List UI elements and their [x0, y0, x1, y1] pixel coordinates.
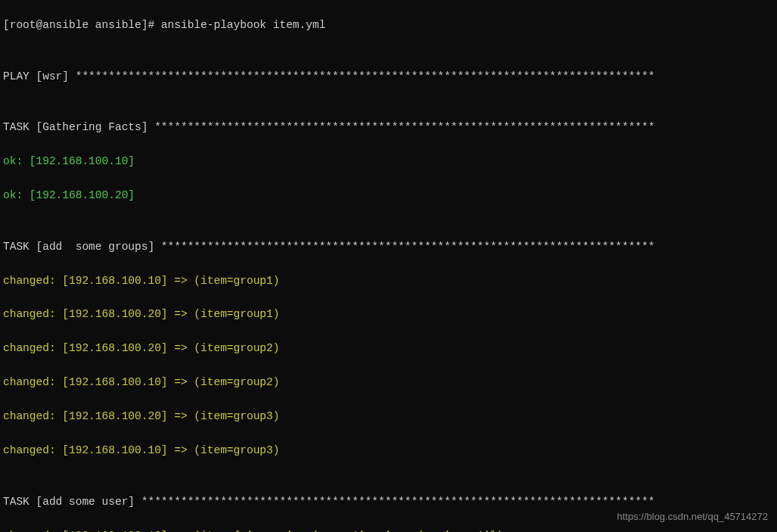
ok-status-line: ok: [192.168.100.10] — [3, 153, 774, 170]
task-gathering-facts: TASK [Gathering Facts] *****************… — [3, 119, 774, 135]
ok-status-line: ok: [192.168.100.20] — [3, 187, 774, 204]
changed-status-line: changed: [192.168.100.10] => (item={u'gr… — [3, 527, 774, 532]
changed-status-line: changed: [192.168.100.20] => (item=group… — [3, 408, 774, 425]
task-add-groups: TASK [add some groups] *****************… — [3, 238, 774, 255]
command-prompt: [root@ansible ansible]# ansible-playbook… — [3, 17, 774, 33]
changed-status-line: changed: [192.168.100.20] => (item=group… — [3, 340, 774, 356]
changed-status-line: changed: [192.168.100.10] => (item=group… — [3, 374, 774, 390]
changed-status-line: changed: [192.168.100.10] => (item=group… — [3, 442, 774, 459]
changed-status-line: changed: [192.168.100.20] => (item=group… — [3, 306, 774, 322]
play-header: PLAY [wsr] *****************************… — [3, 68, 774, 85]
watermark-text: https://blog.csdn.net/qq_45714272 — [617, 509, 769, 524]
changed-status-line: changed: [192.168.100.10] => (item=group… — [3, 272, 774, 289]
task-add-users: TASK [add some user] *******************… — [3, 493, 774, 510]
terminal-output: [root@ansible ansible]# ansible-playbook… — [0, 0, 777, 532]
